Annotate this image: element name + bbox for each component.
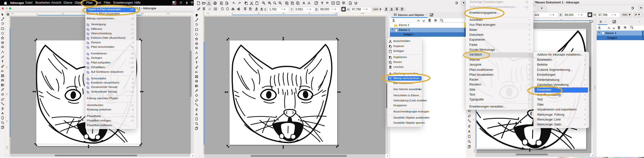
svg-text:A: A [196,113,198,116]
svg-text:T: T [321,1,323,5]
svg-text:A: A [468,130,470,133]
svg-text:Al: Al [1,70,4,72]
svg-text:A: A [2,112,4,115]
svg-text:1: 1 [274,2,275,4]
svg-text:Al: Al [195,71,198,73]
